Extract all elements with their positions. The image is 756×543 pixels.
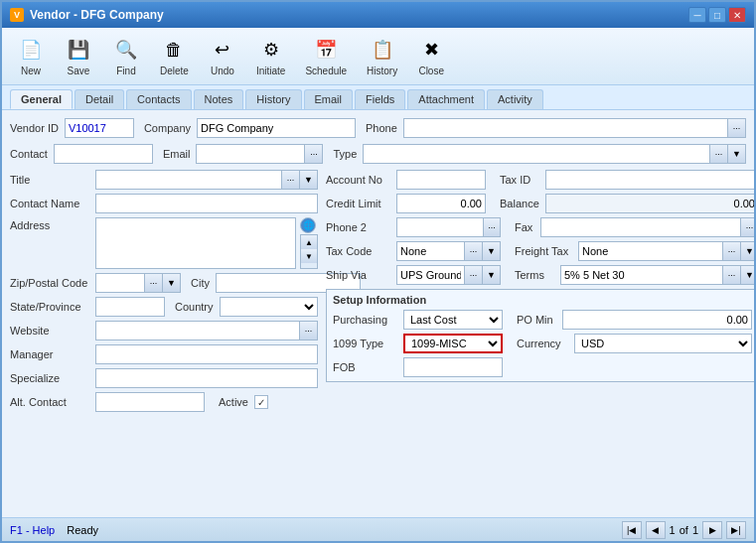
- alt-contact-field[interactable]: [95, 392, 205, 412]
- toolbar: 📄 New 💾 Save 🔍 Find 🗑 Delete ↩ Undo ⚙ In…: [2, 28, 754, 85]
- specialize-label: Specialize: [10, 372, 89, 384]
- close-label: Close: [418, 66, 444, 76]
- ship-via-label: Ship Via: [326, 269, 390, 281]
- active-label: Active: [219, 396, 248, 408]
- zip-dropdown-button[interactable]: ▼: [163, 273, 181, 293]
- ship-via-dropdown-button[interactable]: ▼: [483, 265, 501, 285]
- freight-tax-lookup-button[interactable]: ···: [723, 241, 741, 261]
- freight-tax-dropdown-button[interactable]: ▼: [741, 241, 754, 261]
- fob-field[interactable]: [403, 357, 503, 377]
- state-label: State/Province: [10, 301, 89, 313]
- manager-label: Manager: [10, 348, 89, 360]
- address-scroll-down[interactable]: ▼: [301, 249, 317, 263]
- type-dropdown-button[interactable]: ▼: [728, 144, 746, 164]
- schedule-button[interactable]: 📅 Schedule: [296, 32, 356, 80]
- first-page-button[interactable]: |◀: [622, 521, 642, 539]
- next-page-button[interactable]: ▶: [702, 521, 722, 539]
- title-field[interactable]: [95, 170, 282, 190]
- ready-text: Ready: [67, 524, 98, 536]
- tab-activity[interactable]: Activity: [487, 89, 543, 109]
- active-checkbox[interactable]: ✓: [254, 395, 268, 409]
- minimize-button[interactable]: ─: [688, 7, 706, 23]
- active-checkmark: ✓: [257, 397, 265, 408]
- state-field[interactable]: [95, 297, 165, 317]
- tax-id-field[interactable]: [545, 170, 754, 190]
- schedule-icon: 📅: [312, 36, 340, 64]
- ship-via-lookup-button[interactable]: ···: [465, 265, 483, 285]
- fax-lookup-button[interactable]: ···: [741, 217, 754, 237]
- terms-lookup-button[interactable]: ···: [723, 265, 741, 285]
- website-lookup-button[interactable]: ···: [300, 321, 318, 340]
- currency-dropdown[interactable]: USD: [574, 334, 752, 353]
- manager-field[interactable]: [95, 344, 318, 364]
- find-label: Find: [116, 66, 135, 76]
- email-lookup-button[interactable]: ···: [305, 144, 323, 164]
- address-field[interactable]: [95, 217, 296, 269]
- tab-detail[interactable]: Detail: [75, 89, 124, 109]
- page-number: 1: [670, 524, 676, 536]
- tab-email[interactable]: Email: [304, 89, 354, 109]
- type-lookup-button[interactable]: ···: [710, 144, 728, 164]
- find-button[interactable]: 🔍 Find: [103, 32, 149, 80]
- contact-name-row: Contact Name: [10, 194, 318, 213]
- phone-lookup-button[interactable]: ···: [728, 118, 746, 138]
- freight-tax-field[interactable]: [578, 241, 723, 261]
- tax-code-field[interactable]: [396, 241, 465, 261]
- terms-dropdown-button[interactable]: ▼: [741, 265, 754, 285]
- save-button[interactable]: 💾 Save: [56, 32, 101, 80]
- contact-name-field[interactable]: [95, 194, 318, 213]
- company-field[interactable]: [197, 118, 356, 138]
- type-field[interactable]: [363, 144, 710, 164]
- zip-lookup-button[interactable]: ···: [145, 273, 163, 293]
- tab-general[interactable]: General: [10, 89, 73, 109]
- address-scroll-up[interactable]: ▲: [301, 235, 317, 249]
- tab-notes[interactable]: Notes: [194, 89, 244, 109]
- tax-code-lookup-button[interactable]: ···: [465, 241, 483, 261]
- website-field[interactable]: [95, 321, 300, 340]
- maximize-button[interactable]: □: [708, 7, 726, 23]
- history-button[interactable]: 📋 History: [358, 32, 406, 80]
- phone2-fax-row: Phone 2 ··· Fax ···: [326, 217, 754, 237]
- tax-code-dropdown-button[interactable]: ▼: [483, 241, 501, 261]
- save-icon: 💾: [65, 36, 92, 64]
- type-label: Type: [333, 148, 357, 160]
- specialize-field[interactable]: [95, 368, 318, 388]
- title-lookup-button[interactable]: ···: [282, 170, 300, 190]
- title-dropdown-button[interactable]: ▼: [300, 170, 318, 190]
- account-no-field[interactable]: [396, 170, 486, 190]
- navigation-controls: |◀ ◀ 1 of 1 ▶ ▶|: [622, 521, 746, 539]
- app-icon: V: [10, 8, 24, 22]
- last-page-button[interactable]: ▶|: [726, 521, 746, 539]
- close-button[interactable]: ✖ Close: [408, 32, 454, 80]
- fax-field[interactable]: [540, 217, 741, 237]
- country-dropdown[interactable]: [220, 297, 318, 317]
- balance-label: Balance: [500, 198, 539, 209]
- tab-fields[interactable]: Fields: [355, 89, 405, 109]
- tab-attachment[interactable]: Attachment: [407, 89, 485, 109]
- phone2-field[interactable]: [396, 217, 484, 237]
- email-field[interactable]: [196, 144, 305, 164]
- contact-field[interactable]: [54, 144, 153, 164]
- city-label: City: [191, 277, 210, 289]
- prev-page-button[interactable]: ◀: [646, 521, 666, 539]
- zip-field[interactable]: [95, 273, 145, 293]
- specialize-row: Specialize: [10, 368, 318, 388]
- delete-button[interactable]: 🗑 Delete: [151, 32, 198, 80]
- undo-button[interactable]: ↩ Undo: [200, 32, 245, 80]
- vendor-id-field[interactable]: [65, 118, 134, 138]
- help-text[interactable]: F1 - Help: [10, 524, 55, 536]
- phone2-lookup-button[interactable]: ···: [484, 217, 501, 237]
- tab-contacts[interactable]: Contacts: [126, 89, 191, 109]
- address-globe-button[interactable]: 🌐: [300, 217, 316, 233]
- tab-history[interactable]: History: [245, 89, 301, 109]
- credit-limit-field[interactable]: [396, 194, 486, 213]
- new-button[interactable]: 📄 New: [8, 32, 54, 80]
- purchasing-dropdown[interactable]: Last Cost: [403, 310, 503, 330]
- close-window-button[interactable]: ✕: [728, 7, 746, 23]
- initiate-button[interactable]: ⚙ Initiate: [247, 32, 294, 80]
- po-min-field[interactable]: [562, 310, 752, 330]
- terms-field[interactable]: [560, 265, 723, 285]
- phone-field[interactable]: [403, 118, 728, 138]
- type-1099-dropdown[interactable]: 1099-MISC: [403, 334, 503, 353]
- ship-via-field[interactable]: [396, 265, 465, 285]
